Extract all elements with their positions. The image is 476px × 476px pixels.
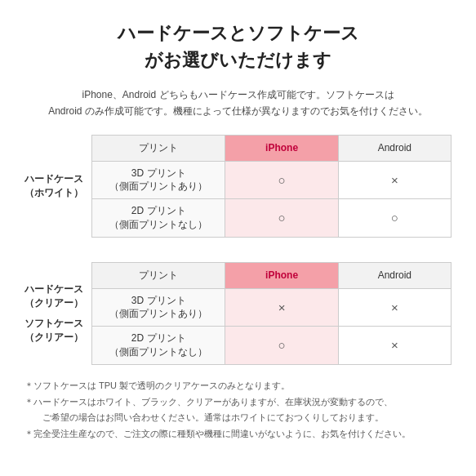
notes-section: ＊ソフトケースは TPU 製で透明のクリアケースのみとなります。 ＊ハードケース…: [24, 378, 452, 443]
note-2: ＊ハードケースはホワイト、ブラック、クリアーがありますが、在庫状況が変動するので…: [24, 394, 452, 427]
table-row: 2D プリント（側面プリントなし） ○ ×: [92, 327, 452, 365]
row4-label: 2D プリント（側面プリントなし）: [92, 327, 225, 365]
row3-iphone: ×: [225, 288, 338, 327]
col-header-print2: プリント: [92, 262, 225, 288]
row1-iphone: ○: [225, 161, 338, 199]
col-header-iphone2: iPhone: [225, 262, 338, 288]
table2-section-label1: ハードケース（クリアー）: [24, 282, 91, 310]
col-header-android: Android: [338, 135, 451, 161]
table2-section-label2: ソフトケース（クリアー）: [24, 317, 91, 345]
table-row: 3D プリント（側面プリントあり） × ×: [92, 288, 452, 327]
table2-wrapper: ハードケース（クリアー） ソフトケース（クリアー） プリント iPhone An…: [24, 262, 452, 365]
page-container: ハードケースとソフトケース がお選びいただけます iPhone、Android …: [0, 0, 476, 459]
main-title: ハードケースとソフトケース がお選びいただけます: [24, 20, 452, 73]
row2-label: 2D プリント（側面プリントなし）: [92, 199, 225, 238]
subtitle-text: iPhone、Android どちらもハードケース作成可能です。ソフトケースは …: [24, 87, 452, 120]
row3-android: ×: [338, 288, 451, 327]
table-row: 3D プリント（側面プリントあり） ○ ×: [92, 161, 452, 199]
row2-iphone: ○: [225, 199, 338, 238]
note-3: ＊完全受注生産なので、ご注文の際に種類や機種に間違いがないように、お気を付けくだ…: [24, 426, 452, 443]
col-header-android2: Android: [338, 262, 451, 288]
table-row: 2D プリント（側面プリントなし） ○ ○: [92, 199, 452, 238]
row4-iphone: ○: [225, 327, 338, 365]
table1-wrapper: ハードケース（ホワイト） プリント iPhone Android: [24, 135, 452, 238]
col-header-iphone: iPhone: [225, 135, 338, 161]
note-1: ＊ソフトケースは TPU 製で透明のクリアケースのみとなります。: [24, 378, 452, 394]
row4-android: ×: [338, 327, 451, 365]
row3-label: 3D プリント（側面プリントあり）: [92, 288, 225, 327]
row2-android: ○: [338, 199, 451, 238]
row1-android: ×: [338, 161, 451, 199]
row1-label: 3D プリント（側面プリントあり）: [92, 161, 225, 199]
col-header-print: プリント: [92, 135, 225, 161]
table1-section-label: ハードケース（ホワイト）: [24, 172, 91, 200]
